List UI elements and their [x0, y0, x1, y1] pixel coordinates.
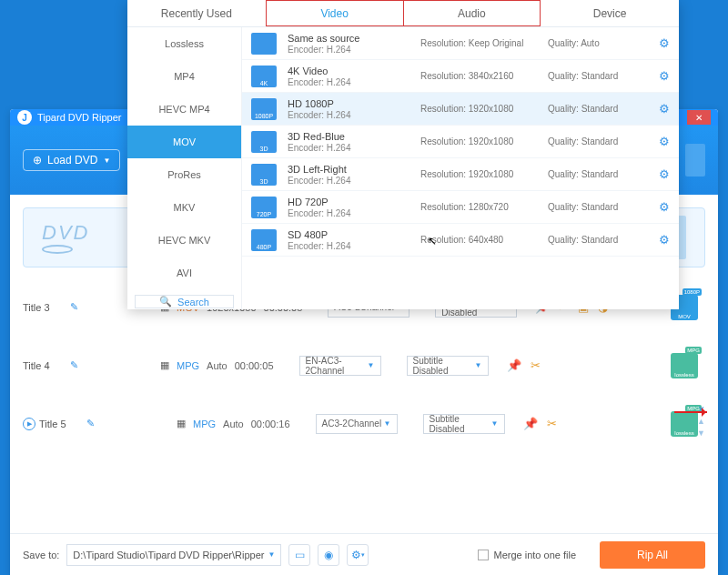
pencil-icon[interactable]: ✎ — [70, 301, 78, 313]
category-hevc-mkv[interactable]: HEVC MKV — [127, 224, 241, 257]
preset-quality: Quality: Standard — [548, 169, 648, 179]
track-format: MPG — [193, 419, 216, 429]
app-logo-icon: J — [17, 110, 32, 125]
save-path-text: D:\Tipard Studio\Tipard DVD Ripper\Rippe… — [73, 550, 264, 560]
preset-thumb-icon — [251, 33, 277, 55]
preset-thumb-icon: 3D — [251, 164, 277, 186]
scissors-icon[interactable]: ✂ — [531, 358, 541, 372]
track-name: Title 4 — [23, 360, 70, 371]
close-button[interactable]: ✕ — [687, 110, 711, 125]
save-to-label: Save to: — [23, 550, 59, 560]
gear-icon[interactable]: ⚙ — [659, 135, 670, 148]
track-format: MPG — [177, 360, 199, 371]
chevron-up-icon[interactable]: ▲ — [697, 417, 705, 426]
track-tools: 📌✂ — [507, 358, 541, 372]
category-mp4[interactable]: MP4 — [127, 60, 241, 93]
preset-item[interactable]: 1080PHD 1080PEncoder: H.264Resolution: 1… — [242, 93, 679, 126]
preset-encoder: Encoder: H.264 — [288, 45, 410, 55]
chevron-down-icon[interactable]: ▼ — [697, 429, 705, 438]
track-resolution: Auto — [223, 419, 244, 429]
preset-encoder: Encoder: H.264 — [288, 241, 410, 251]
scissors-icon[interactable]: ✂ — [547, 417, 557, 430]
gear-icon[interactable]: ⚙ — [659, 36, 670, 50]
tab-audio[interactable]: Audio — [404, 0, 541, 26]
preset-encoder: Encoder: H.264 — [288, 176, 410, 186]
preset-item[interactable]: Same as sourceEncoder: H.264Resolution: … — [242, 27, 679, 60]
load-dvd-button[interactable]: ⊕ Load DVD ▼ — [23, 149, 120, 171]
category-mkv[interactable]: MKV — [127, 191, 241, 224]
open-folder-button[interactable]: ▭ — [288, 544, 310, 566]
preset-title: HD 1080P — [288, 98, 410, 109]
preset-resolution: Resolution: 3840x2160 — [420, 71, 537, 81]
gear-icon[interactable]: ⚙ — [659, 167, 670, 181]
tab-device[interactable]: Device — [541, 0, 679, 26]
preset-title: SD 480P — [288, 229, 410, 240]
output-format-badge[interactable]: MPGlossless — [671, 353, 698, 378]
preset-encoder: Encoder: H.264 — [288, 77, 410, 87]
preset-quality: Quality: Standard — [548, 235, 648, 245]
play-icon[interactable]: ▶ — [23, 418, 35, 430]
track-row[interactable]: ▶Title 4✎▦MPGAuto00:00:05EN-AC3-2Channel… — [23, 346, 705, 384]
plus-circle-icon: ⊕ — [33, 154, 42, 166]
track-name: Title 5 — [39, 419, 86, 429]
audio-select[interactable]: AC3-2Channel▼ — [316, 414, 398, 434]
category-prores[interactable]: ProRes — [127, 158, 241, 191]
disc-icon — [42, 245, 73, 254]
subtitle-select[interactable]: Subtitle Disabled▼ — [407, 356, 489, 376]
preset-thumb-icon: 3D — [251, 131, 277, 153]
category-sidebar: LosslessMP4HEVC MP4MOVProResMKVHEVC MKVA… — [127, 27, 242, 309]
category-hevc-mp4[interactable]: HEVC MP4 — [127, 93, 241, 126]
pencil-icon[interactable]: ✎ — [86, 418, 95, 429]
track-info: ▦MPGAuto00:00:16 — [177, 418, 290, 429]
format-panel: Recently Used Video Audio Device Lossles… — [127, 0, 679, 309]
gear-icon[interactable]: ⚙ — [659, 102, 670, 116]
search-input[interactable]: 🔍 Search — [135, 295, 234, 308]
tab-video[interactable]: Video — [266, 0, 404, 26]
hardware-accel-button[interactable]: ◉ — [318, 544, 339, 566]
gear-icon[interactable]: ⚙ — [659, 233, 670, 247]
dvd-logo-text: DVD — [42, 221, 89, 245]
settings-button[interactable]: ⚙▾ — [347, 544, 369, 566]
pin-icon[interactable]: 📌 — [507, 358, 521, 372]
pencil-icon[interactable]: ✎ — [70, 359, 78, 371]
search-label: Search — [177, 297, 209, 308]
preset-quality: Quality: Auto — [548, 38, 648, 48]
merge-label: Merge into one file — [494, 550, 577, 560]
preset-item[interactable]: 4K4K VideoEncoder: H.264Resolution: 3840… — [242, 60, 679, 93]
preset-item[interactable]: 720PHD 720PEncoder: H.264Resolution: 128… — [242, 191, 679, 224]
rip-all-button[interactable]: Rip All — [600, 541, 705, 569]
track-row[interactable]: ▶Title 5✎▦MPGAuto00:00:16AC3-2Channel▼Su… — [23, 404, 705, 442]
preset-quality: Quality: Standard — [548, 202, 648, 212]
tab-recently-used[interactable]: Recently Used — [127, 0, 266, 26]
preset-resolution: Resolution: 1920x1080 — [420, 104, 537, 114]
bottom-bar: Save to: D:\Tipard Studio\Tipard DVD Rip… — [10, 533, 718, 575]
close-icon[interactable]: ✕ — [698, 405, 705, 414]
row-controls: ✕▲▼ — [697, 405, 705, 438]
category-avi[interactable]: AVI — [127, 257, 241, 289]
gear-icon[interactable]: ⚙ — [659, 200, 670, 214]
category-mov[interactable]: MOV — [127, 126, 241, 158]
format-dropdown-toggle[interactable] — [685, 144, 705, 177]
preset-resolution: Resolution: 640x480 — [420, 235, 537, 245]
merge-checkbox[interactable]: Merge into one file — [478, 550, 577, 560]
save-path-field[interactable]: D:\Tipard Studio\Tipard DVD Ripper\Rippe… — [66, 544, 281, 566]
category-lossless[interactable]: Lossless — [127, 27, 241, 60]
preset-list: Same as sourceEncoder: H.264Resolution: … — [242, 27, 679, 309]
preset-title: 3D Left-Right — [288, 164, 410, 175]
gear-icon[interactable]: ⚙ — [659, 69, 670, 83]
preset-thumb-icon: 4K — [251, 66, 277, 87]
preset-item[interactable]: 3D3D Left-RightEncoder: H.264Resolution:… — [242, 158, 679, 191]
track-resolution: Auto — [207, 360, 228, 371]
output-format-badge[interactable]: MPGlossless — [671, 411, 698, 437]
preset-title: 4K Video — [288, 66, 410, 76]
preset-resolution: Resolution: 1920x1080 — [420, 169, 537, 179]
track-info: ▦MPGAuto00:00:05 — [160, 359, 274, 371]
pin-icon[interactable]: 📌 — [523, 417, 538, 430]
load-dvd-label: Load DVD — [47, 154, 97, 166]
preset-item[interactable]: 3D3D Red-BlueEncoder: H.264Resolution: 1… — [242, 126, 679, 158]
subtitle-select[interactable]: Subtitle Disabled▼ — [423, 414, 505, 434]
preset-item[interactable]: 480PSD 480PEncoder: H.264Resolution: 640… — [242, 224, 679, 257]
preset-thumb-icon: 480P — [251, 229, 277, 251]
audio-select[interactable]: EN-AC3-2Channel▼ — [299, 356, 381, 376]
preset-resolution: Resolution: 1280x720 — [420, 202, 537, 212]
